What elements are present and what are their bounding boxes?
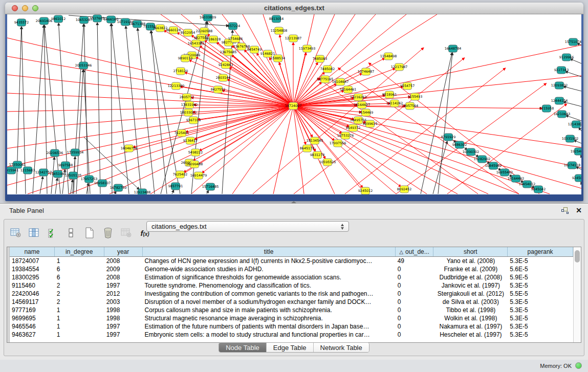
graph-node[interactable]: 9154469 bbox=[359, 109, 373, 116]
graph-node[interactable]: 15751074 bbox=[565, 38, 581, 46]
graph-node[interactable]: 7625402 bbox=[173, 171, 187, 178]
graph-node[interactable]: 9129966 bbox=[559, 54, 574, 61]
column-header-name[interactable]: name bbox=[10, 247, 55, 256]
network-canvas[interactable]: 1872400794355722069140698610121065328715… bbox=[7, 14, 581, 194]
graph-node[interactable]: 9227343 bbox=[554, 67, 569, 74]
table-row[interactable]: 969969511998Structural magnetic resonanc… bbox=[10, 314, 573, 322]
column-header-in_degree[interactable]: in_degree bbox=[55, 247, 104, 256]
graph-node[interactable]: 12093832 bbox=[551, 82, 568, 89]
graph-node[interactable]: 11451947 bbox=[50, 170, 67, 178]
column-visibility-icon[interactable] bbox=[27, 226, 42, 239]
graph-node[interactable]: 20053346 bbox=[75, 62, 92, 69]
table-row[interactable]: 1456911722003Disruption of a novel membe… bbox=[10, 298, 573, 306]
graph-node[interactable]: 17359934 bbox=[67, 149, 84, 156]
graph-node[interactable]: 16164627 bbox=[354, 101, 371, 108]
graph-node[interactable]: 10390302 bbox=[463, 148, 480, 156]
svg-text:8813054: 8813054 bbox=[269, 17, 284, 21]
float-panel-icon[interactable] bbox=[561, 207, 569, 214]
tab-edge-table[interactable]: Edge Table bbox=[267, 343, 314, 352]
graph-node[interactable]: 12217987 bbox=[391, 63, 408, 71]
table-row[interactable]: 2242004622012Investigating the contribut… bbox=[10, 290, 573, 298]
column-header-title[interactable]: title bbox=[143, 247, 396, 256]
graph-node[interactable]: 9245012 bbox=[358, 187, 373, 194]
graph-node[interactable]: 8791929 bbox=[441, 134, 455, 141]
graph-node[interactable]: 7857224 bbox=[226, 23, 240, 30]
graph-node[interactable]: 12213389 bbox=[168, 82, 185, 90]
graph-node[interactable]: 8912954 bbox=[181, 29, 195, 36]
graph-node[interactable]: 7485082 bbox=[320, 65, 335, 73]
graph-node[interactable]: 16753276 bbox=[337, 132, 354, 139]
table-row[interactable]: 911546021997Tourette syndrome. Phenomeno… bbox=[10, 281, 573, 290]
network-window-titlebar[interactable]: citations_edges.txt bbox=[5, 3, 583, 14]
row-height-icon[interactable] bbox=[63, 226, 79, 239]
tab-node-table[interactable]: Node Table bbox=[219, 343, 267, 352]
graph-node[interactable]: 9435572 bbox=[14, 19, 29, 26]
graph-node[interactable]: 11973493 bbox=[299, 45, 316, 52]
close-panel-icon[interactable]: ✕ bbox=[576, 206, 582, 214]
close-window-icon[interactable] bbox=[12, 5, 18, 11]
graph-node[interactable]: 8518961 bbox=[382, 91, 397, 98]
graph-node[interactable]: 8813054 bbox=[269, 15, 284, 23]
graph-node[interactable]: 1215683 bbox=[20, 167, 35, 174]
graph-node[interactable]: 16046756 bbox=[121, 145, 138, 152]
table-row[interactable]: 1830029562008Estimation of significance … bbox=[10, 273, 573, 281]
graph-node[interactable]: 2803144 bbox=[216, 74, 230, 81]
graph-node[interactable]: 9861012 bbox=[51, 15, 66, 23]
scrollbar-thumb[interactable] bbox=[575, 250, 580, 262]
graph-node[interactable]: 18164462 bbox=[508, 175, 525, 182]
table-row[interactable]: 977716911998Corpus callosum shape and si… bbox=[10, 306, 573, 314]
graph-node[interactable]: 7485083 bbox=[313, 55, 327, 62]
zoom-window-icon[interactable] bbox=[32, 5, 38, 11]
table-row[interactable]: 946554611997Estimation of the future num… bbox=[10, 322, 573, 331]
svg-text:18164461: 18164461 bbox=[340, 87, 357, 92]
table-scrollbar[interactable] bbox=[573, 247, 581, 342]
graph-node[interactable]: 12213987 bbox=[285, 35, 302, 42]
graph-node[interactable]: 15716485 bbox=[202, 183, 219, 190]
graph-node[interactable]: 11254808 bbox=[271, 27, 288, 34]
graph-node[interactable]: 6466160 bbox=[104, 16, 118, 23]
graph-node[interactable]: 9831278 bbox=[310, 151, 324, 159]
graph-node[interactable]: 12923488 bbox=[134, 189, 151, 194]
column-header-year[interactable]: year bbox=[104, 247, 143, 256]
graph-node[interactable]: 11548498 bbox=[380, 53, 397, 60]
cell: 1 bbox=[55, 257, 104, 265]
cell: 2003 bbox=[104, 298, 143, 306]
table-row[interactable]: 946362711997Embryonic stem cells: a mode… bbox=[10, 331, 573, 339]
graph-node[interactable]: 9245092 bbox=[572, 174, 581, 182]
graph-node[interactable]: 9857791 bbox=[168, 183, 183, 190]
graph-node[interactable]: 8215958 bbox=[539, 105, 554, 112]
graph-node[interactable]: 23675685 bbox=[220, 49, 237, 56]
table-row[interactable]: 1872400712008Changes of HCN gene express… bbox=[10, 257, 573, 265]
minimize-window-icon[interactable] bbox=[22, 5, 28, 11]
table-row[interactable]: 1938455462009Genome-wide association stu… bbox=[10, 265, 573, 273]
new-column-icon[interactable] bbox=[82, 226, 97, 239]
graph-node[interactable]: 20691406 bbox=[36, 17, 53, 25]
graph-node[interactable]: 18164461 bbox=[340, 86, 357, 93]
graph-node[interactable]: 19254022 bbox=[571, 148, 581, 155]
svg-text:12213389: 12213389 bbox=[168, 84, 185, 88]
graph-node[interactable]: 9886302 bbox=[452, 141, 467, 148]
tab-network-table[interactable]: Network Table bbox=[314, 343, 369, 352]
graph-node[interactable]: 16648784 bbox=[445, 45, 462, 52]
column-header-out_de[interactable]: △out_de... bbox=[396, 247, 434, 256]
select-rows-icon[interactable] bbox=[45, 226, 60, 239]
graph-node[interactable]: 16782759 bbox=[110, 184, 127, 191]
graph-node[interactable]: 10595525 bbox=[319, 159, 336, 166]
table-selector-dropdown[interactable]: citations_edges.txt bbox=[146, 221, 349, 232]
delete-column-icon[interactable] bbox=[100, 226, 116, 239]
graph-node[interactable]: 16033809 bbox=[200, 14, 216, 21]
graph-node[interactable]: 18957564 bbox=[402, 102, 419, 110]
graph-node[interactable]: 17997556 bbox=[330, 140, 346, 147]
svg-text:16046756: 16046756 bbox=[121, 146, 138, 150]
column-header-short[interactable]: short bbox=[433, 247, 508, 256]
graph-node[interactable]: 12143821 bbox=[568, 121, 581, 128]
graph-node[interactable]: 9155493 bbox=[408, 93, 422, 100]
network-view-window[interactable]: citations_edges.txt 18724007943557220691… bbox=[5, 3, 583, 201]
column-header-pagerank[interactable]: pagerank bbox=[508, 247, 573, 256]
graph-node[interactable]: 12444154 bbox=[551, 97, 568, 104]
svg-text:9831278: 9831278 bbox=[310, 153, 324, 157]
table-mode-icon[interactable] bbox=[8, 226, 24, 239]
svg-text:9857791: 9857791 bbox=[168, 184, 183, 188]
graph-node[interactable]: 16955462 bbox=[496, 169, 513, 176]
graph-node[interactable]: 2718120 bbox=[173, 68, 188, 75]
